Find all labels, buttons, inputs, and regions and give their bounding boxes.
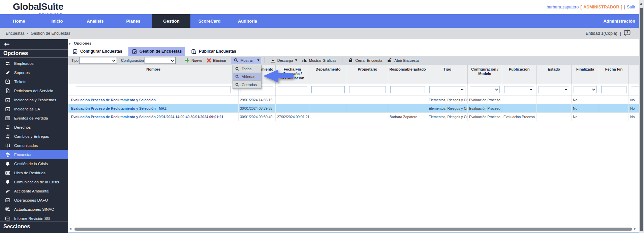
column-header-type[interactable]: Tipo xyxy=(427,65,468,84)
sidebar-item-encuestas[interactable]: Encuestas xyxy=(0,150,68,159)
column-header-publication[interactable]: Publicación xyxy=(502,65,536,84)
sidebar-item-gestion-de-la-crisis[interactable]: Gestión de la Crisis xyxy=(0,159,68,168)
nav-item-inicio[interactable]: Inicio xyxy=(38,14,76,28)
cell-publication: Evaluación Proceso xyxy=(502,113,536,121)
filter-select-control-config[interactable] xyxy=(470,86,500,93)
filter-select-type[interactable] xyxy=(429,86,465,93)
column-header-department[interactable]: Departamento xyxy=(309,65,347,84)
mostrar-menu-item-cerradas[interactable]: Cerradas xyxy=(233,81,261,88)
username-link[interactable]: barbara.zapatero xyxy=(547,5,579,9)
entity-name[interactable]: Entidad 1(Copia) xyxy=(586,31,617,36)
tab-publicar-encuestas[interactable]: Publicar Encuestas xyxy=(188,47,240,56)
nav-item-gestion[interactable]: Gestión xyxy=(152,14,190,28)
sidebar-collapse-arrow-icon[interactable]: ← xyxy=(4,40,13,49)
filter-select-finished[interactable] xyxy=(574,86,597,93)
nav-item-analisis[interactable]: Análisis xyxy=(76,14,114,28)
mostrar-menu-item-abiertas[interactable]: Abiertas xyxy=(233,73,261,81)
filter-input-end_campaign[interactable] xyxy=(278,86,307,93)
sidebar-item-label: Incidencias y Problemas xyxy=(14,98,56,102)
sidebar-item-empleados[interactable]: Empleados xyxy=(0,59,68,68)
nav-item-scorecard[interactable]: ScoreCard xyxy=(190,14,228,28)
sidebar-item-peticiones-del-servicio[interactable]: Peticiones del Servicio xyxy=(0,86,68,95)
breadcrumb-section[interactable]: Encuestas xyxy=(6,31,25,36)
nav-item-administracion[interactable]: Administración xyxy=(603,14,635,28)
hscroll-left-arrow-icon[interactable]: ◀ xyxy=(69,227,71,230)
help-bubble-icon[interactable]: ? xyxy=(624,30,631,37)
nuevo-button[interactable]: Nuevo xyxy=(185,58,202,62)
filter-select-control-publication[interactable] xyxy=(504,86,534,93)
column-header-finished[interactable]: Finalizada xyxy=(572,65,599,84)
filter-cell-end_campaign xyxy=(276,84,309,96)
sidebar-item-actualizaciones-sinac[interactable]: Actualizaciones SINAC xyxy=(0,205,68,214)
cell-name[interactable]: Evaluación Proceso de Reclutamiento y Se… xyxy=(68,96,239,104)
column-header-end_date[interactable]: Fecha Fin xyxy=(599,65,629,84)
sidebar-item-derechos[interactable]: Derechos xyxy=(0,123,68,132)
filter-input-department[interactable] xyxy=(311,86,345,93)
filter-cell-department xyxy=(309,84,347,96)
column-header-state[interactable]: Estado xyxy=(536,65,572,84)
column-header-co[interactable]: Co xyxy=(629,65,639,84)
filter-select-control-type[interactable] xyxy=(429,86,465,93)
sidebar-menu: EmpleadosSoportesTicketsPeticiones del S… xyxy=(0,59,68,223)
cerrar-encuesta-button[interactable]: Cerrar Encuesta xyxy=(348,58,382,63)
sidebar-item-comunicados[interactable]: Comunicados xyxy=(0,141,68,150)
mostrar-caret-button[interactable]: ▼ xyxy=(256,57,261,64)
cell-name[interactable]: Evaluación Proceso de Reclutamiento y Se… xyxy=(68,104,239,112)
folder-lines-icon xyxy=(5,216,10,221)
tab-configurar-encuestas[interactable]: Configurar Encuestas xyxy=(69,47,126,56)
filter-select-control-state[interactable] xyxy=(539,86,569,93)
sidebar-item-operaciones-dafo[interactable]: Operaciones DAFO xyxy=(0,196,68,205)
sidebar-item-incidencias-y-problemas[interactable]: Incidencias y Problemas xyxy=(0,95,68,104)
filter-input-name[interactable] xyxy=(76,86,231,93)
logout-link[interactable]: Salir xyxy=(627,5,635,9)
nav-item-home[interactable]: Home xyxy=(0,14,38,28)
sidebar-item-tickets[interactable]: Tickets xyxy=(0,77,68,86)
filter-input-responsible[interactable] xyxy=(390,86,425,93)
abrir-encuesta-button[interactable]: Abrir Encuesta xyxy=(387,58,419,63)
filter-input-co[interactable] xyxy=(631,86,639,93)
tipo-select[interactable] xyxy=(79,57,117,64)
sidebar-item-soportes[interactable]: Soportes xyxy=(0,68,68,77)
configuracion-select[interactable] xyxy=(145,57,176,64)
filter-select-state[interactable] xyxy=(539,86,569,93)
column-header-responsible[interactable]: Responsable Estado xyxy=(388,65,427,84)
filter-select-config[interactable] xyxy=(470,86,500,93)
options-collapse-caret-icon[interactable]: ▾ xyxy=(69,42,70,46)
tipo-select-control[interactable] xyxy=(80,57,117,63)
sidebar-item-cambios-y-entregas[interactable]: Cambios y Entregas xyxy=(0,132,68,141)
mostrar-button[interactable]: Mostrar xyxy=(231,57,256,64)
search-icon xyxy=(235,75,239,79)
descarga-button[interactable]: Descarga ▼ xyxy=(271,58,297,63)
sidebar-item-label: Peticiones del Servicio xyxy=(14,89,53,93)
mostrar-graficas-button[interactable]: Mostrar Gráficas xyxy=(302,58,336,63)
configuracion-select-control[interactable] xyxy=(145,57,175,63)
filter-select-publication[interactable] xyxy=(504,86,534,93)
sidebar-item-comunicacion-de-la-crisis[interactable]: Comunicación de la Crisis xyxy=(0,177,68,186)
hscroll-right-arrow-icon[interactable]: ▶ xyxy=(634,227,636,230)
cell-publication xyxy=(502,104,536,112)
cell-name[interactable]: Evaluación Proceso de Reclutamiento y Se… xyxy=(68,113,239,121)
clipboard-edit-icon xyxy=(132,49,137,54)
filter-input-end_date[interactable] xyxy=(601,86,626,93)
column-header-owner[interactable]: Propietario xyxy=(347,65,388,84)
eliminar-button[interactable]: Eliminar xyxy=(207,58,226,62)
table-row[interactable]: Evaluación Proceso de Reclutamiento y Se… xyxy=(68,96,639,104)
vertical-scrollbar[interactable] xyxy=(640,8,643,231)
sidebar-item-eventos-de-perdida[interactable]: Eventos de Pérdida xyxy=(0,113,68,123)
filter-input-owner[interactable] xyxy=(349,86,386,93)
horizontal-scrollbar[interactable] xyxy=(74,228,632,231)
tab-gestion-de-encuestas[interactable]: Gestión de Encuestas xyxy=(128,47,185,56)
sidebar-item-libro-de-residuos[interactable]: Libro de Residuos xyxy=(0,168,68,177)
nav-item-planes[interactable]: Planes xyxy=(114,14,152,28)
table-row[interactable]: Evaluación Proceso de Reclutamiento y Se… xyxy=(68,113,639,121)
vscroll-up-arrow-icon[interactable]: ▲ xyxy=(640,2,642,5)
nav-item-auditoria[interactable]: Auditoría xyxy=(228,14,267,28)
column-header-config[interactable]: Configuración / Modelo xyxy=(468,65,502,84)
sidebar-item-label: Empleados xyxy=(14,61,34,66)
filter-select-control-finished[interactable] xyxy=(574,86,597,93)
sidebar-item-incidencias-ca[interactable]: Incidencias CA xyxy=(0,104,68,113)
table-row[interactable]: Evaluación Proceso de Reclutamiento y Se… xyxy=(68,104,639,113)
mostrar-menu-item-todas[interactable]: Todas xyxy=(233,65,261,73)
sidebar-item-accidente-ambiental[interactable]: Accidente Ambiental xyxy=(0,186,68,196)
column-header-name[interactable]: Nombre xyxy=(68,65,239,84)
